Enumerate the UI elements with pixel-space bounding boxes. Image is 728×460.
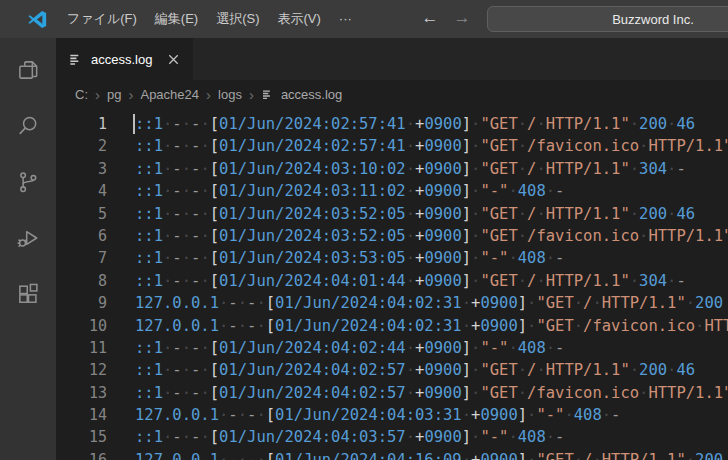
breadcrumb-item-drive[interactable]: C: <box>75 87 88 102</box>
log-text: ::1·-·-·[01/Jun/2024:04:02:44·+0900]·"-"… <box>135 337 564 359</box>
line-number: 13 <box>56 382 107 404</box>
log-line[interactable]: 9127.0.0.1·-·-·[01/Jun/2024:04:02:31·+09… <box>56 292 728 314</box>
chevron-right-icon: › <box>206 88 211 101</box>
line-number: 15 <box>56 426 107 448</box>
line-number: 11 <box>56 337 107 359</box>
breadcrumb-item-pg[interactable]: pg <box>107 87 121 102</box>
line-number: 1 <box>56 113 107 135</box>
search-icon[interactable] <box>0 98 56 154</box>
log-line[interactable]: 6::1·-·-·[01/Jun/2024:03:52:05·+0900]·"G… <box>56 225 728 247</box>
log-text: ::1·-·-·[01/Jun/2024:03:10:02·+0900]·"GE… <box>135 158 686 180</box>
explorer-icon[interactable] <box>0 42 56 98</box>
log-text: 127.0.0.1·-·-·[01/Jun/2024:04:02:31·+090… <box>135 292 723 314</box>
log-text: ::1·-·-·[01/Jun/2024:04:01:44·+0900]·"GE… <box>135 270 686 292</box>
activity-bar <box>0 38 56 460</box>
breadcrumb-item-apache24[interactable]: Apache24 <box>140 87 199 102</box>
log-line[interactable]: 10127.0.0.1·-·-·[01/Jun/2024:04:02:31·+0… <box>56 315 728 337</box>
breadcrumb-item-logs[interactable]: logs <box>218 87 242 102</box>
log-line[interactable]: 15::1·-·-·[01/Jun/2024:04:03:57·+0900]·"… <box>56 426 728 448</box>
tab-bar: access.log <box>56 38 728 80</box>
log-text: 127.0.0.1·-·-·[01/Jun/2024:04:16:09·+090… <box>135 449 723 460</box>
log-text: ::1·-·-·[01/Jun/2024:03:52:05·+0900]·"GE… <box>135 225 728 247</box>
title-bar: ファイル(F) 編集(E) 選択(S) 表示(V) ··· ← → Buzzwo… <box>0 0 728 38</box>
close-icon[interactable] <box>166 52 181 67</box>
chevron-right-icon: › <box>128 88 133 101</box>
log-line[interactable]: 8::1·-·-·[01/Jun/2024:04:01:44·+0900]·"G… <box>56 270 728 292</box>
chevron-right-icon: › <box>95 88 100 101</box>
log-text: ::1·-·-·[01/Jun/2024:03:52:05·+0900]·"GE… <box>135 203 695 225</box>
log-file-icon <box>261 88 274 101</box>
log-line[interactable]: 7::1·-·-·[01/Jun/2024:03:53:05·+0900]·"-… <box>56 247 728 269</box>
log-line[interactable]: 11::1·-·-·[01/Jun/2024:04:02:44·+0900]·"… <box>56 337 728 359</box>
log-line[interactable]: 4::1·-·-·[01/Jun/2024:03:11:02·+0900]·"-… <box>56 180 728 202</box>
menu-view[interactable]: 表示(V) <box>269 0 330 38</box>
menu-more-icon[interactable]: ··· <box>330 0 361 38</box>
vscode-logo-icon <box>27 9 48 30</box>
back-arrow-icon[interactable]: ← <box>417 0 443 38</box>
log-line[interactable]: 12::1·-·-·[01/Jun/2024:04:02:57·+0900]·"… <box>56 359 728 381</box>
command-center-search[interactable]: Buzzword Inc. <box>487 6 728 32</box>
menu-edit[interactable]: 編集(E) <box>146 0 207 38</box>
breadcrumb-file[interactable]: access.log <box>281 87 342 102</box>
line-number: 14 <box>56 404 107 426</box>
line-number: 12 <box>56 359 107 381</box>
log-text: ::1·-·-·[01/Jun/2024:04:02:57·+0900]·"GE… <box>135 359 695 381</box>
line-number: 7 <box>56 247 107 269</box>
source-control-icon[interactable] <box>0 154 56 210</box>
log-text: ::1·-·-·[01/Jun/2024:03:53:05·+0900]·"-"… <box>135 247 564 269</box>
line-number: 6 <box>56 225 107 247</box>
log-text: 127.0.0.1·-·-·[01/Jun/2024:04:02:31·+090… <box>135 315 728 337</box>
text-cursor <box>133 114 135 134</box>
line-number: 5 <box>56 203 107 225</box>
line-number: 10 <box>56 315 107 337</box>
command-center-text: Buzzword Inc. <box>612 12 694 27</box>
log-text: ::1·-·-·[01/Jun/2024:02:57:41·+0900]·"GE… <box>135 135 728 157</box>
log-line[interactable]: 16127.0.0.1·-·-·[01/Jun/2024:04:16:09·+0… <box>56 449 728 460</box>
log-line[interactable]: 13::1·-·-·[01/Jun/2024:04:02:57·+0900]·"… <box>56 382 728 404</box>
line-number: 16 <box>56 449 107 460</box>
extensions-icon[interactable] <box>0 266 56 322</box>
line-number: 3 <box>56 158 107 180</box>
line-number: 8 <box>56 270 107 292</box>
menu-file[interactable]: ファイル(F) <box>58 0 146 38</box>
line-number: 4 <box>56 180 107 202</box>
line-number: 9 <box>56 292 107 314</box>
tab-access-log[interactable]: access.log <box>56 38 193 80</box>
tab-label: access.log <box>91 52 152 67</box>
chevron-right-icon: › <box>249 88 254 101</box>
log-line[interactable]: 5::1·-·-·[01/Jun/2024:03:52:05·+0900]·"G… <box>56 203 728 225</box>
log-line[interactable]: 14127.0.0.1·-·-·[01/Jun/2024:04:03:31·+0… <box>56 404 728 426</box>
log-line[interactable]: 3::1·-·-·[01/Jun/2024:03:10:02·+0900]·"G… <box>56 158 728 180</box>
log-file-icon <box>68 52 83 67</box>
log-text: ::1·-·-·[01/Jun/2024:04:03:57·+0900]·"-"… <box>135 426 564 448</box>
run-and-debug-icon[interactable] <box>0 210 56 266</box>
menu-selection[interactable]: 選択(S) <box>207 0 268 38</box>
log-text: ::1·-·-·[01/Jun/2024:02:57:41·+0900]·"GE… <box>135 113 695 135</box>
breadcrumb: C: › pg › Apache24 › logs › access.log <box>56 80 728 108</box>
editor-pane[interactable]: 1::1·-·-·[01/Jun/2024:02:57:41·+0900]·"G… <box>56 108 728 460</box>
log-text: ::1·-·-·[01/Jun/2024:04:02:57·+0900]·"GE… <box>135 382 728 404</box>
log-line[interactable]: 1::1·-·-·[01/Jun/2024:02:57:41·+0900]·"G… <box>56 113 728 135</box>
log-line[interactable]: 2::1·-·-·[01/Jun/2024:02:57:41·+0900]·"G… <box>56 135 728 157</box>
line-number: 2 <box>56 135 107 157</box>
log-text: ::1·-·-·[01/Jun/2024:03:11:02·+0900]·"-"… <box>135 180 564 202</box>
forward-arrow-icon[interactable]: → <box>449 0 475 38</box>
log-text: 127.0.0.1·-·-·[01/Jun/2024:04:03:31·+090… <box>135 404 620 426</box>
